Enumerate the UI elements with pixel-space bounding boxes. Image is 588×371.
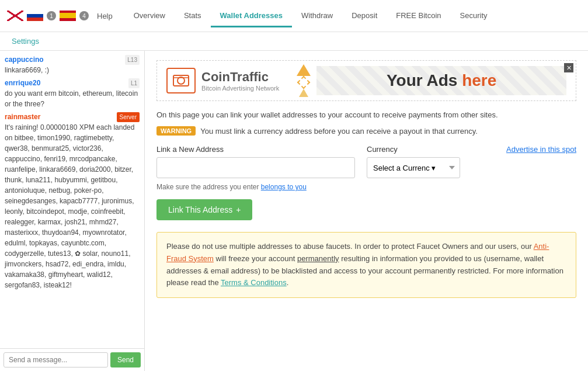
- chat-message-1: cappuccino L13 linkara6669, :): [5, 54, 140, 75]
- warning-box: WARNING You must link a currency address…: [156, 126, 576, 136]
- chat-text-3: It's raining! 0.00000180 XPM each landed…: [5, 122, 140, 290]
- tab-free-bitcoin[interactable]: FREE Bitcoin: [387, 5, 450, 27]
- chat-message-input[interactable]: [4, 352, 108, 367]
- ad-banner: ✕ CoinTraffic Bitcoin Advertising Networ…: [156, 60, 576, 101]
- notice-text-4: .: [287, 278, 289, 287]
- ad-your-text: Your Ads: [387, 71, 462, 90]
- ad-here-text: here: [462, 71, 496, 90]
- chat-message-2: enrrique20 L1 do you want erm bitcoin, e…: [5, 78, 140, 109]
- currency-select[interactable]: Select a Currenc ▾ Bitcoin (BTC) Ethereu…: [367, 157, 460, 178]
- form-help-text-prefix: Make sure the address you enter: [156, 183, 261, 191]
- form-row: Link a New Address Currency Select a Cur…: [156, 145, 576, 178]
- main-layout: cappuccino L13 linkara6669, :) enrrique2…: [0, 51, 588, 371]
- permanently-text: permanently: [297, 254, 339, 263]
- flag-group: 1 4: [7, 11, 89, 21]
- chat-input-area: Send: [0, 348, 144, 371]
- advertise-link[interactable]: Advertise in this spot: [506, 145, 576, 154]
- svg-point-1: [178, 77, 185, 84]
- content-area: ✕ CoinTraffic Bitcoin Advertising Networ…: [145, 51, 588, 371]
- flag-ru-icon[interactable]: [27, 11, 43, 21]
- sub-nav: Settings: [0, 32, 588, 51]
- ad-logo-name: CoinTraffic: [201, 70, 279, 85]
- flag-uk-icon[interactable]: [7, 11, 23, 21]
- chat-message-3: rainmaster Server It's raining! 0.000001…: [5, 112, 140, 290]
- notice-box: Please do not use multiple addresses to …: [156, 232, 576, 298]
- address-form-group: Link a New Address: [156, 145, 355, 178]
- chat-username-3: rainmaster: [5, 112, 40, 122]
- ad-logo-sub: Bitcoin Advertising Network: [201, 85, 279, 92]
- form-help-text: Make sure the address you enter belongs …: [156, 183, 576, 191]
- address-input[interactable]: [156, 157, 355, 178]
- badge-es: 4: [79, 11, 89, 20]
- currency-label: Currency: [367, 145, 460, 154]
- chat-username-1: cappuccino: [5, 54, 44, 65]
- notice-text-1: Please do not use multiple addresses to …: [166, 242, 534, 251]
- ad-right-area: Your Ads here: [316, 66, 566, 95]
- plus-icon: +: [236, 205, 241, 214]
- chat-messages[interactable]: cappuccino L13 linkara6669, :) enrrique2…: [0, 51, 144, 348]
- chat-level-1: L13: [125, 55, 140, 65]
- help-link[interactable]: Help: [97, 12, 113, 20]
- belongs-to-you-link[interactable]: belongs to you: [261, 183, 307, 191]
- ad-close-button[interactable]: ✕: [564, 63, 573, 72]
- chat-level-2: L1: [128, 78, 140, 88]
- currency-form-group: Currency Select a Currenc ▾ Bitcoin (BTC…: [367, 145, 460, 178]
- tab-deposit[interactable]: Deposit: [342, 5, 387, 27]
- badge-ru: 1: [47, 11, 56, 20]
- chat-text-2: do you want erm bitcoin, ethereum, litec…: [5, 88, 140, 109]
- tab-security[interactable]: Security: [451, 5, 497, 27]
- settings-link[interactable]: Settings: [12, 37, 39, 46]
- top-bar: 1 4 Help Overview Stats Wallet Addresses…: [0, 0, 588, 32]
- ad-logo-area: CoinTraffic Bitcoin Advertising Network: [166, 68, 279, 93]
- tab-wallet-addresses[interactable]: Wallet Addresses: [211, 5, 292, 27]
- link-address-button[interactable]: Link This Address +: [156, 199, 252, 220]
- cointraffic-logo-icon: [166, 68, 196, 93]
- chat-text-1: linkara6669, :): [5, 65, 140, 75]
- warning-badge: WARNING: [156, 126, 196, 136]
- chat-send-button[interactable]: Send: [110, 352, 141, 367]
- ad-logo-text: CoinTraffic Bitcoin Advertising Network: [201, 70, 279, 92]
- warning-text: You must link a currency address before …: [200, 127, 478, 136]
- link-address-button-label: Link This Address: [168, 205, 232, 214]
- address-label: Link a New Address: [156, 145, 355, 154]
- tab-withdraw[interactable]: Withdraw: [292, 5, 342, 27]
- ad-your-ads-text[interactable]: Your Ads here: [316, 66, 566, 95]
- page-info-text: On this page you can link your wallet ad…: [156, 110, 576, 119]
- chat-panel: cappuccino L13 linkara6669, :) enrrique2…: [0, 51, 145, 371]
- flag-es-icon[interactable]: [60, 11, 76, 21]
- chat-level-3: Server: [117, 112, 140, 122]
- tab-stats[interactable]: Stats: [175, 5, 211, 27]
- tab-overview[interactable]: Overview: [124, 5, 175, 27]
- chat-username-2: enrrique20: [5, 78, 40, 88]
- terms-link[interactable]: Terms & Conditions: [221, 278, 287, 287]
